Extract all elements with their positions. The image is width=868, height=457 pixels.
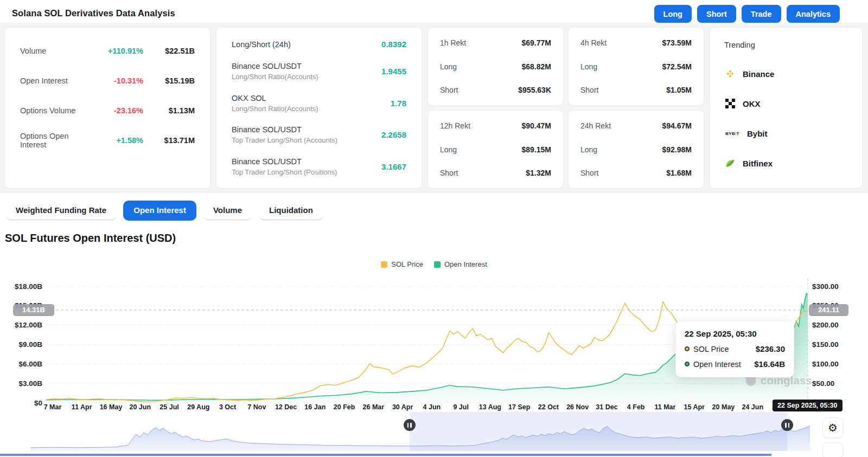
stats-row-open-interest: Open Interest-10.31%$15.19B bbox=[20, 72, 195, 90]
x-axis-label: 16 Jan bbox=[304, 403, 326, 411]
x-axis-label: 16 May bbox=[100, 403, 123, 411]
rekt-total: $90.47M bbox=[522, 121, 551, 130]
rekt-short-label: Short bbox=[440, 169, 526, 177]
tooltip-series-dot bbox=[685, 362, 690, 366]
stats-row-volume: Volume+110.91%$22.51B bbox=[20, 42, 195, 60]
bitfinex-icon bbox=[724, 158, 736, 169]
tab-volume[interactable]: Volume bbox=[203, 201, 252, 221]
svg-text:$200.00: $200.00 bbox=[812, 321, 839, 329]
rekt-card-24h-rekt: 24h Rekt$94.67MLong$92.98MShort$1.68M bbox=[568, 110, 704, 189]
legend-item-open-interest[interactable]: Open Interest bbox=[434, 260, 487, 268]
pause-handle-icon bbox=[785, 423, 787, 428]
tooltip-row-open-interest: Open Interest$16.64B bbox=[685, 359, 785, 369]
rekt-cards-grid: 1h Rekt$69.77MLong$68.82MShort$955.63K4h… bbox=[427, 27, 704, 189]
ratio-title: Long/Short (24h) bbox=[232, 40, 381, 49]
ratio-row-okx-sol-long-short-ratio-accounts: OKX SOLLong/Short Ratio(Accounts)1.78 bbox=[232, 94, 406, 113]
current-open-interest-badge: 14.31B bbox=[13, 304, 54, 316]
page-title: Solana SOL Derivatives Data Analysis bbox=[12, 8, 175, 18]
trending-item-binance[interactable]: Binance bbox=[724, 68, 848, 79]
header-button-trade[interactable]: Trade bbox=[742, 5, 781, 23]
tooltip-series-value: $236.30 bbox=[756, 344, 785, 353]
x-axis-label: 4 Feb bbox=[627, 403, 645, 411]
ratio-title: Binance SOL/USDT bbox=[232, 62, 381, 70]
svg-text:$18.00B: $18.00B bbox=[15, 282, 42, 291]
header-button-short[interactable]: Short bbox=[697, 5, 736, 23]
rekt-short-value: $1.32M bbox=[526, 169, 551, 177]
stats-row-options-volume: Options Volume-23.16%$1.13M bbox=[20, 101, 195, 120]
pause-handle-icon bbox=[788, 423, 790, 428]
settings-button[interactable]: ⚙ bbox=[822, 417, 843, 438]
rekt-short-label: Short bbox=[580, 169, 666, 177]
svg-text:$100.00: $100.00 bbox=[812, 360, 839, 368]
legend-label: SOL Price bbox=[391, 260, 423, 268]
x-axis-label: 25 Jul bbox=[159, 403, 178, 411]
navigator-canvas[interactable] bbox=[0, 412, 868, 455]
ratio-value: 0.8392 bbox=[381, 40, 406, 49]
stats-change: +110.91% bbox=[84, 47, 143, 55]
tab-open-interest[interactable]: Open Interest bbox=[123, 201, 196, 221]
navigator-left-handle[interactable] bbox=[404, 419, 416, 431]
svg-text:$9.00B: $9.00B bbox=[18, 340, 42, 349]
tooltip-title: 22 Sep 2025, 05:30 bbox=[685, 329, 785, 338]
long-short-ratios-card: Long/Short (24h)0.8392Binance SOL/USDTLo… bbox=[216, 27, 422, 189]
main-chart[interactable]: $18.00B$300.00$15.00B$250.00$12.00B$200.… bbox=[0, 270, 868, 412]
trending-item-okx[interactable]: OKX bbox=[724, 98, 848, 109]
legend-swatch bbox=[434, 261, 441, 268]
bybit-icon: BYBIT bbox=[724, 131, 741, 136]
stats-label: Options Open Interest bbox=[20, 132, 84, 149]
ratio-titles: Binance SOL/USDTTop Trader Long/Short (A… bbox=[232, 125, 381, 144]
tab-liquidation[interactable]: Liquidation bbox=[259, 201, 323, 221]
rekt-total: $69.77M bbox=[522, 38, 551, 47]
x-axis-label: 11 Apr bbox=[72, 403, 92, 411]
stats-label: Options Volume bbox=[20, 106, 84, 115]
stats-row-options-open-interest: Options Open Interest+1.58%$13.71M bbox=[20, 131, 195, 150]
chart-legend: SOL PriceOpen Interest bbox=[0, 260, 868, 268]
rekt-long-label: Long bbox=[580, 145, 662, 154]
trending-name: Binance bbox=[743, 69, 774, 79]
rekt-short-value: $1.05M bbox=[666, 86, 692, 94]
header: Solana SOL Derivatives Data Analysis Lon… bbox=[0, 0, 868, 24]
x-axis-label: 11 Mar bbox=[654, 403, 675, 411]
x-axis-label: 30 Apr bbox=[392, 403, 413, 411]
trending-item-bybit[interactable]: BYBITBybit bbox=[724, 128, 848, 139]
rekt-card-1h-rekt: 1h Rekt$69.77MLong$68.82MShort$955.63K bbox=[427, 27, 564, 106]
ratio-value: 2.2658 bbox=[381, 130, 406, 139]
ratio-row-binance-sol-usdt-top-trader-long-short-accounts: Binance SOL/USDTTop Trader Long/Short (A… bbox=[232, 125, 406, 144]
x-axis-label: 15 Apr bbox=[684, 403, 704, 411]
trending-name: Bitfinex bbox=[743, 159, 773, 168]
secondary-tool-button[interactable] bbox=[822, 442, 843, 457]
tooltip-row-sol-price: SOL Price$236.30 bbox=[685, 344, 785, 353]
header-button-long[interactable]: Long bbox=[654, 5, 692, 23]
tab-weighted-funding-rate[interactable]: Weighted Funding Rate bbox=[5, 201, 117, 221]
rekt-short-label: Short bbox=[440, 86, 518, 94]
legend-label: Open Interest bbox=[444, 260, 487, 268]
trending-item-bitfinex[interactable]: Bitfinex bbox=[724, 158, 848, 169]
x-axis-label: 24 Jun bbox=[742, 403, 763, 411]
svg-text:$150.00: $150.00 bbox=[812, 340, 839, 349]
range-navigator[interactable]: ⚙ bbox=[0, 412, 868, 457]
trending-title: Trending bbox=[724, 41, 848, 49]
legend-item-sol-price[interactable]: SOL Price bbox=[381, 260, 423, 268]
ratio-titles: Binance SOL/USDTTop Trader Long/Short (P… bbox=[232, 157, 381, 176]
rekt-long-label: Long bbox=[580, 62, 662, 71]
stats-value: $1.13M bbox=[143, 106, 195, 115]
trending-name: OKX bbox=[743, 99, 761, 108]
crosshair-date-badge: 22 Sep 2025, 05:30 bbox=[773, 400, 843, 411]
pause-handle-icon bbox=[407, 423, 409, 428]
rekt-title: 12h Rekt bbox=[440, 121, 522, 130]
binance-icon bbox=[724, 68, 736, 79]
svg-text:$6.00B: $6.00B bbox=[18, 360, 42, 368]
x-axis-label: 13 Aug bbox=[479, 403, 501, 411]
ratio-value: 1.9455 bbox=[381, 67, 406, 76]
x-axis-label: 9 Jul bbox=[453, 403, 469, 411]
svg-text:$300.00: $300.00 bbox=[812, 282, 839, 291]
rekt-long-label: Long bbox=[440, 145, 522, 154]
stats-label: Open Interest bbox=[20, 76, 84, 85]
header-button-analytics[interactable]: Analytics bbox=[787, 5, 840, 23]
ratio-titles: OKX SOLLong/Short Ratio(Accounts) bbox=[232, 94, 391, 113]
rekt-card-4h-rekt: 4h Rekt$73.59MLong$72.54MShort$1.05M bbox=[568, 27, 704, 106]
x-axis-label: 26 Nov bbox=[566, 403, 589, 411]
stats-value: $22.51B bbox=[143, 47, 195, 55]
trending-list: BinanceOKXBYBITBybitBitfinex bbox=[724, 68, 848, 169]
svg-text:$3.00B: $3.00B bbox=[18, 379, 42, 388]
